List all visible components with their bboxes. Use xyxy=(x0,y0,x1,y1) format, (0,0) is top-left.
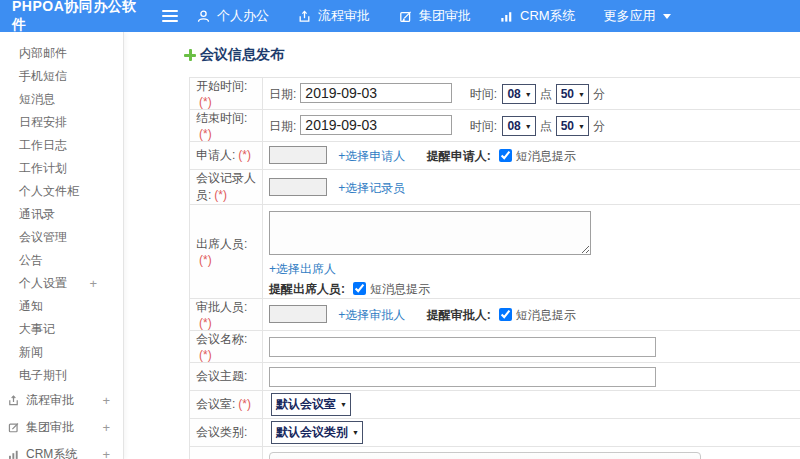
field-label-meeting-room: 会议室:(*) xyxy=(190,391,263,419)
select-caret-icon: ▼ xyxy=(340,401,347,408)
approver-input[interactable] xyxy=(269,305,327,323)
nav-item-crm[interactable]: CRM系统 xyxy=(499,7,576,25)
nav-item-personal-office[interactable]: 个人办公 xyxy=(196,7,269,25)
field-label-approver: 审批人员:(*) xyxy=(190,299,263,331)
applicant-sms-checkbox[interactable] xyxy=(499,149,512,162)
select-caret-icon: ▼ xyxy=(525,123,532,130)
select-caret-icon: ▼ xyxy=(525,91,532,98)
select-caret-icon: ▼ xyxy=(578,91,585,98)
sidebar-item-meeting-management[interactable]: 会议管理 xyxy=(0,226,123,249)
form-row-meeting-category: 会议类别: 默认会议类别▼ xyxy=(190,419,800,447)
field-label-meeting-category: 会议类别: xyxy=(190,419,263,447)
required-mark: (*) xyxy=(199,253,212,267)
sidebar-section-flow-approval[interactable]: 流程审批 + xyxy=(0,387,123,414)
sms-hint-label: 短消息提示 xyxy=(516,308,576,322)
expand-plus-icon[interactable]: + xyxy=(102,447,110,459)
sidebar-item-personal-settings[interactable]: 个人设置 + xyxy=(0,272,123,295)
date-label: 日期: xyxy=(269,119,296,133)
approver-sms-checkbox[interactable] xyxy=(499,308,512,321)
user-icon xyxy=(196,9,211,24)
applicant-input[interactable] xyxy=(269,146,327,164)
sidebar-item-announcement[interactable]: 公告 xyxy=(0,249,123,272)
nav-item-flow-approval[interactable]: 流程审批 xyxy=(297,7,370,25)
sidebar-item-work-plan[interactable]: 工作计划 xyxy=(0,157,123,180)
nav-label: 个人办公 xyxy=(217,7,269,25)
required-mark: (*) xyxy=(238,148,251,162)
expand-plus-icon[interactable]: + xyxy=(89,276,97,291)
sidebar-item-e-journal[interactable]: 电子期刊 xyxy=(0,364,123,387)
sidebar-item-schedule[interactable]: 日程安排 xyxy=(0,111,123,134)
group-approve-icon xyxy=(398,9,413,24)
field-label-start-time: 开始时间:(*) xyxy=(190,78,263,110)
start-date-input[interactable] xyxy=(300,83,452,103)
nav-label: CRM系统 xyxy=(520,7,576,25)
start-minute-select[interactable]: 50▼ xyxy=(556,84,589,104)
expand-plus-icon[interactable]: + xyxy=(102,420,110,435)
nav-label: 流程审批 xyxy=(318,7,370,25)
date-label: 日期: xyxy=(269,87,296,101)
attendees-sms-checkbox[interactable] xyxy=(353,282,366,295)
sidebar-item-news[interactable]: 新闻 xyxy=(0,341,123,364)
meeting-category-select[interactable]: 默认会议类别▼ xyxy=(271,421,363,444)
field-label-end-time: 结束时间:(*) xyxy=(190,110,263,142)
end-hour-select[interactable]: 08▼ xyxy=(502,116,535,136)
recorder-input[interactable] xyxy=(269,178,327,196)
sms-hint-label: 短消息提示 xyxy=(516,149,576,163)
meeting-subject-input[interactable] xyxy=(269,367,656,387)
flow-approve-icon xyxy=(297,9,312,24)
field-label-attendees: 出席人员:(*) xyxy=(190,205,263,299)
required-mark: (*) xyxy=(238,397,251,411)
required-mark: (*) xyxy=(214,188,227,202)
pick-recorder-link[interactable]: +选择记录员 xyxy=(338,180,405,194)
flow-approve-icon xyxy=(7,394,20,407)
page-title: 会议信息发布 xyxy=(184,46,800,64)
meeting-room-select[interactable]: 默认会议室▼ xyxy=(271,393,351,416)
sidebar-item-file-cabinet[interactable]: 个人文件柜 xyxy=(0,180,123,203)
field-label-meeting-name: 会议名称:(*) xyxy=(190,331,263,363)
form-row-meeting-room: 会议室:(*) 默认会议室▼ xyxy=(190,391,800,419)
end-date-input[interactable] xyxy=(300,115,452,135)
end-minute-select[interactable]: 50▼ xyxy=(556,116,589,136)
meeting-name-input[interactable] xyxy=(269,337,656,357)
field-label-applicant: 申请人:(*) xyxy=(190,142,263,170)
sidebar-section-group-approval[interactable]: 集团审批 + xyxy=(0,414,123,441)
sidebar-item-contacts[interactable]: 通讯录 xyxy=(0,203,123,226)
required-mark: (*) xyxy=(199,348,212,362)
top-nav: 个人办公 流程审批 集团审批 CRM系统 更多应用 xyxy=(196,7,699,25)
pick-approver-link[interactable]: +选择审批人 xyxy=(338,308,405,322)
start-hour-select[interactable]: 08▼ xyxy=(502,84,535,104)
time-label: 时间: xyxy=(470,119,497,133)
attendees-textarea[interactable] xyxy=(269,211,591,255)
select-caret-icon: ▼ xyxy=(352,429,359,436)
pick-attendees-link[interactable]: +选择出席人 xyxy=(269,262,336,276)
sidebar-item-notice[interactable]: 通知 xyxy=(0,295,123,318)
remind-applicant-label: 提醒申请人: xyxy=(427,149,491,163)
nav-item-more-apps[interactable]: 更多应用 xyxy=(604,7,671,25)
expand-plus-icon[interactable]: + xyxy=(102,393,110,408)
nav-item-group-approval[interactable]: 集团审批 xyxy=(398,7,471,25)
menu-toggle-icon[interactable] xyxy=(162,7,180,25)
topbar: PHPOA协同办公软件 个人办公 流程审批 集团审批 CRM系统 xyxy=(0,0,800,32)
form-row-end-time: 结束时间:(*) 日期: 时间: 08▼点50▼分 xyxy=(190,110,800,142)
sidebar-item-big-events[interactable]: 大事记 xyxy=(0,318,123,341)
sidebar-section-crm[interactable]: CRM系统 + xyxy=(0,441,123,459)
sidebar: 内部邮件 手机短信 短消息 日程安排 工作日志 工作计划 个人文件柜 通讯录 会… xyxy=(0,32,124,459)
group-approve-icon xyxy=(7,421,20,434)
nav-label: 集团审批 xyxy=(419,7,471,25)
remind-approver-label: 提醒审批人: xyxy=(427,308,491,322)
form-row-start-time: 开始时间:(*) 日期: 时间: 08▼点50▼分 xyxy=(190,78,800,110)
sidebar-item-short-message[interactable]: 短消息 xyxy=(0,88,123,111)
form-row-meeting-subject: 会议主题: xyxy=(190,363,800,391)
sidebar-item-internal-mail[interactable]: 内部邮件 xyxy=(0,42,123,65)
nav-label: 更多应用 xyxy=(604,7,656,25)
pick-applicant-link[interactable]: +选择申请人 xyxy=(338,149,405,163)
sidebar-item-work-log[interactable]: 工作日志 xyxy=(0,134,123,157)
crm-chart-icon xyxy=(7,448,20,459)
caret-down-icon xyxy=(663,14,671,19)
field-label-meeting-subject: 会议主题: xyxy=(190,363,263,391)
time-label: 时间: xyxy=(470,87,497,101)
form-row-meeting-name: 会议名称:(*) xyxy=(190,331,800,363)
app-logo[interactable]: PHPOA协同办公软件 xyxy=(0,0,150,34)
sidebar-item-sms[interactable]: 手机短信 xyxy=(0,65,123,88)
required-mark: (*) xyxy=(199,95,212,109)
